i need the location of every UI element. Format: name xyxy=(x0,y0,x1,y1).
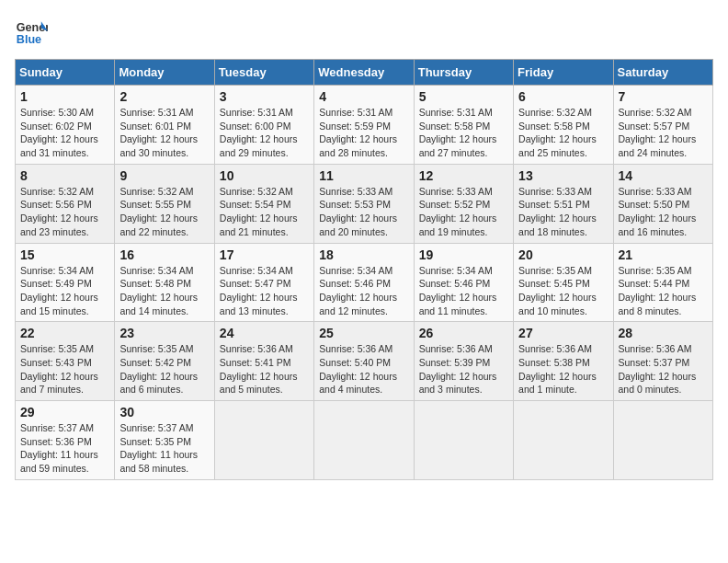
svg-text:Blue: Blue xyxy=(17,33,41,46)
day-detail: Sunrise: 5:32 AMSunset: 5:55 PMDaylight:… xyxy=(119,186,198,237)
day-detail: Sunrise: 5:32 AMSunset: 5:56 PMDaylight:… xyxy=(20,186,98,237)
table-row: 11 Sunrise: 5:33 AMSunset: 5:53 PMDaylig… xyxy=(314,164,414,243)
logo: General Blue xyxy=(15,15,48,48)
day-detail: Sunrise: 5:34 AMSunset: 5:46 PMDaylight:… xyxy=(319,265,397,316)
table-row: 30 Sunrise: 5:37 AMSunset: 5:35 PMDaylig… xyxy=(115,401,214,480)
day-detail: Sunrise: 5:36 AMSunset: 5:38 PMDaylight:… xyxy=(518,343,597,395)
table-row: 18 Sunrise: 5:34 AMSunset: 5:46 PMDaylig… xyxy=(314,243,414,322)
table-row xyxy=(414,401,513,480)
day-number: 30 xyxy=(119,405,209,419)
logo-icon: General Blue xyxy=(15,15,48,48)
weekday-thursday: Thursday xyxy=(414,60,513,86)
day-detail: Sunrise: 5:37 AMSunset: 5:36 PMDaylight:… xyxy=(20,422,98,474)
table-row: 10 Sunrise: 5:32 AMSunset: 5:54 PMDaylig… xyxy=(214,164,313,243)
day-number: 29 xyxy=(20,405,109,419)
weekday-wednesday: Wednesday xyxy=(314,60,414,86)
table-row: 3 Sunrise: 5:31 AMSunset: 6:00 PMDayligh… xyxy=(214,86,313,165)
day-number: 1 xyxy=(20,89,109,104)
day-detail: Sunrise: 5:36 AMSunset: 5:37 PMDaylight:… xyxy=(619,343,697,395)
day-number: 12 xyxy=(419,168,508,183)
day-detail: Sunrise: 5:36 AMSunset: 5:41 PMDaylight:… xyxy=(220,343,298,395)
day-number: 10 xyxy=(220,168,309,183)
table-row: 19 Sunrise: 5:34 AMSunset: 5:46 PMDaylig… xyxy=(414,243,513,322)
table-row: 16 Sunrise: 5:34 AMSunset: 5:48 PMDaylig… xyxy=(115,243,214,322)
table-row: 17 Sunrise: 5:34 AMSunset: 5:47 PMDaylig… xyxy=(214,243,313,322)
day-detail: Sunrise: 5:31 AMSunset: 6:01 PMDaylight:… xyxy=(119,107,198,158)
weekday-monday: Monday xyxy=(115,60,214,86)
day-number: 2 xyxy=(119,89,209,104)
day-detail: Sunrise: 5:34 AMSunset: 5:47 PMDaylight:… xyxy=(220,265,298,316)
day-detail: Sunrise: 5:34 AMSunset: 5:49 PMDaylight:… xyxy=(20,265,98,316)
day-number: 18 xyxy=(319,247,408,262)
day-number: 4 xyxy=(319,89,408,104)
table-row: 6 Sunrise: 5:32 AMSunset: 5:58 PMDayligh… xyxy=(514,86,613,165)
day-number: 23 xyxy=(119,326,209,340)
day-detail: Sunrise: 5:36 AMSunset: 5:39 PMDaylight:… xyxy=(419,343,497,395)
day-detail: Sunrise: 5:33 AMSunset: 5:51 PMDaylight:… xyxy=(518,186,597,237)
day-number: 28 xyxy=(619,326,708,340)
day-number: 6 xyxy=(518,89,608,104)
day-detail: Sunrise: 5:34 AMSunset: 5:48 PMDaylight:… xyxy=(119,265,198,316)
calendar-week-2: 8 Sunrise: 5:32 AMSunset: 5:56 PMDayligh… xyxy=(16,164,713,243)
day-number: 5 xyxy=(419,89,508,104)
table-row: 24 Sunrise: 5:36 AMSunset: 5:41 PMDaylig… xyxy=(214,322,313,401)
day-detail: Sunrise: 5:35 AMSunset: 5:45 PMDaylight:… xyxy=(518,265,597,316)
day-number: 13 xyxy=(518,168,608,183)
day-detail: Sunrise: 5:36 AMSunset: 5:40 PMDaylight:… xyxy=(319,343,397,395)
table-row: 13 Sunrise: 5:33 AMSunset: 5:51 PMDaylig… xyxy=(514,164,613,243)
table-row: 12 Sunrise: 5:33 AMSunset: 5:52 PMDaylig… xyxy=(414,164,513,243)
day-detail: Sunrise: 5:35 AMSunset: 5:44 PMDaylight:… xyxy=(619,265,697,316)
day-detail: Sunrise: 5:31 AMSunset: 5:59 PMDaylight:… xyxy=(319,107,397,158)
table-row: 25 Sunrise: 5:36 AMSunset: 5:40 PMDaylig… xyxy=(314,322,414,401)
day-number: 25 xyxy=(319,326,408,340)
day-detail: Sunrise: 5:32 AMSunset: 5:58 PMDaylight:… xyxy=(518,107,597,158)
table-row: 22 Sunrise: 5:35 AMSunset: 5:43 PMDaylig… xyxy=(16,322,115,401)
table-row: 1 Sunrise: 5:30 AMSunset: 6:02 PMDayligh… xyxy=(16,86,115,165)
day-number: 19 xyxy=(419,247,508,262)
table-row: 4 Sunrise: 5:31 AMSunset: 5:59 PMDayligh… xyxy=(314,86,414,165)
weekday-saturday: Saturday xyxy=(613,60,712,86)
table-row: 5 Sunrise: 5:31 AMSunset: 5:58 PMDayligh… xyxy=(414,86,513,165)
calendar-week-4: 22 Sunrise: 5:35 AMSunset: 5:43 PMDaylig… xyxy=(16,322,713,401)
table-row: 21 Sunrise: 5:35 AMSunset: 5:44 PMDaylig… xyxy=(613,243,712,322)
weekday-sunday: Sunday xyxy=(16,60,115,86)
day-number: 14 xyxy=(619,168,708,183)
day-detail: Sunrise: 5:30 AMSunset: 6:02 PMDaylight:… xyxy=(20,107,98,158)
day-detail: Sunrise: 5:33 AMSunset: 5:50 PMDaylight:… xyxy=(619,186,697,237)
table-row: 23 Sunrise: 5:35 AMSunset: 5:42 PMDaylig… xyxy=(115,322,214,401)
day-detail: Sunrise: 5:35 AMSunset: 5:42 PMDaylight:… xyxy=(119,343,198,395)
day-detail: Sunrise: 5:31 AMSunset: 6:00 PMDaylight:… xyxy=(220,107,298,158)
day-number: 15 xyxy=(20,247,109,262)
calendar-body: 1 Sunrise: 5:30 AMSunset: 6:02 PMDayligh… xyxy=(16,86,713,480)
weekday-header-row: SundayMondayTuesdayWednesdayThursdayFrid… xyxy=(16,60,713,86)
day-number: 9 xyxy=(119,168,209,183)
day-number: 26 xyxy=(419,326,508,340)
table-row: 26 Sunrise: 5:36 AMSunset: 5:39 PMDaylig… xyxy=(414,322,513,401)
day-number: 11 xyxy=(319,168,408,183)
day-number: 22 xyxy=(20,326,109,340)
table-row: 8 Sunrise: 5:32 AMSunset: 5:56 PMDayligh… xyxy=(16,164,115,243)
day-detail: Sunrise: 5:31 AMSunset: 5:58 PMDaylight:… xyxy=(419,107,497,158)
day-detail: Sunrise: 5:32 AMSunset: 5:54 PMDaylight:… xyxy=(220,186,298,237)
table-row: 9 Sunrise: 5:32 AMSunset: 5:55 PMDayligh… xyxy=(115,164,214,243)
page-header: General Blue xyxy=(15,15,713,48)
day-number: 3 xyxy=(220,89,309,104)
table-row: 28 Sunrise: 5:36 AMSunset: 5:37 PMDaylig… xyxy=(613,322,712,401)
table-row: 20 Sunrise: 5:35 AMSunset: 5:45 PMDaylig… xyxy=(514,243,613,322)
day-number: 27 xyxy=(518,326,608,340)
table-row: 29 Sunrise: 5:37 AMSunset: 5:36 PMDaylig… xyxy=(16,401,115,480)
day-detail: Sunrise: 5:35 AMSunset: 5:43 PMDaylight:… xyxy=(20,343,98,395)
day-detail: Sunrise: 5:33 AMSunset: 5:53 PMDaylight:… xyxy=(319,186,397,237)
day-detail: Sunrise: 5:33 AMSunset: 5:52 PMDaylight:… xyxy=(419,186,497,237)
calendar-week-1: 1 Sunrise: 5:30 AMSunset: 6:02 PMDayligh… xyxy=(16,86,713,165)
calendar-week-5: 29 Sunrise: 5:37 AMSunset: 5:36 PMDaylig… xyxy=(16,401,713,480)
weekday-friday: Friday xyxy=(514,60,613,86)
weekday-tuesday: Tuesday xyxy=(214,60,313,86)
day-number: 16 xyxy=(119,247,209,262)
day-detail: Sunrise: 5:32 AMSunset: 5:57 PMDaylight:… xyxy=(619,107,697,158)
table-row xyxy=(214,401,313,480)
table-row: 27 Sunrise: 5:36 AMSunset: 5:38 PMDaylig… xyxy=(514,322,613,401)
table-row xyxy=(314,401,414,480)
table-row: 7 Sunrise: 5:32 AMSunset: 5:57 PMDayligh… xyxy=(613,86,712,165)
day-number: 17 xyxy=(220,247,309,262)
